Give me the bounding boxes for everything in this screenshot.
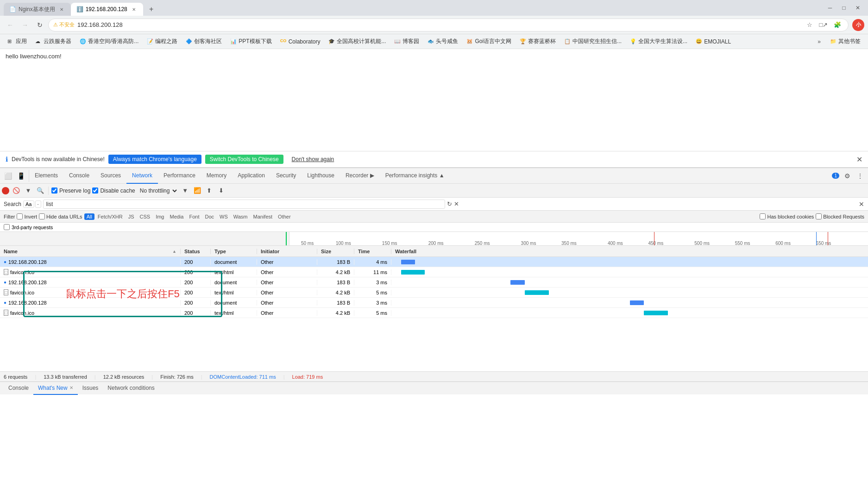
tab-sources[interactable]: Sources	[95, 168, 126, 184]
cast-icon[interactable]: □↗	[818, 19, 830, 31]
bookmark-apps[interactable]: ⊞ 应用	[4, 36, 31, 47]
tab-network[interactable]: Network	[126, 168, 158, 184]
tab-ip[interactable]: ℹ️ 192.168.200.128 ✕	[71, 3, 143, 16]
table-row[interactable]: □ favicon.ico 200 text/html Other 4.2 kB…	[0, 288, 868, 298]
tab-security[interactable]: Security	[270, 168, 302, 184]
filter-media[interactable]: Media	[167, 213, 186, 220]
table-row[interactable]: ● 192.168.200.128 200 document Other 183…	[0, 298, 868, 308]
search-aa-option[interactable]: Aa	[23, 200, 34, 208]
mark-250ms: 250 ms	[475, 241, 490, 245]
back-button[interactable]: ←	[4, 19, 17, 31]
bottom-tab-issues[interactable]: Issues	[78, 382, 103, 395]
switch-to-chinese-button[interactable]: Switch DevTools to Chinese	[205, 155, 283, 164]
disable-cache-checkbox[interactable]	[92, 188, 98, 194]
network-conditions-icon[interactable]: 📶	[192, 186, 202, 196]
tab-console[interactable]: Console	[63, 168, 95, 184]
bookmark-colab[interactable]: CO Colaboratory	[277, 36, 324, 47]
table-row[interactable]: □ favicon.ico 200 text/html Other 4.2 kB…	[0, 267, 868, 277]
search-cancel-icon[interactable]: ✕	[454, 200, 459, 207]
maximize-button[interactable]: □	[837, 1, 850, 14]
filter-js[interactable]: JS	[126, 213, 137, 220]
filter-css[interactable]: CSS	[138, 213, 153, 220]
forward-button[interactable]: →	[19, 19, 31, 31]
bookmark-coding[interactable]: 📝 编程之路	[143, 36, 181, 47]
throttle-select[interactable]: No throttling	[137, 187, 178, 194]
table-row[interactable]: ● 192.168.200.128 200 document Other 183…	[0, 277, 868, 288]
search-dot-option[interactable]: ·	[35, 200, 41, 208]
mark-150ms: 150 ms	[382, 241, 397, 245]
extension-icon[interactable]: 🧩	[831, 19, 843, 31]
bookmark-yanzhao[interactable]: 📋 中国研究生招生信...	[560, 36, 625, 47]
new-tab-button[interactable]: +	[145, 3, 158, 16]
bookmark-emoji[interactable]: 😀 EMOJIALL	[692, 36, 735, 47]
bottom-tab-whats-new[interactable]: What's New ✕	[33, 382, 78, 395]
settings-icon[interactable]: ⚙	[841, 170, 853, 182]
tab-elements[interactable]: Elements	[29, 168, 63, 184]
bookmark-algorithm[interactable]: 💡 全国大学生算法设...	[626, 36, 691, 47]
blocked-requests-checkbox[interactable]	[816, 213, 822, 219]
always-match-language-button[interactable]: Always match Chrome's language	[108, 155, 201, 164]
bookmark-hk[interactable]: 🌐 香港空间/香港高防...	[76, 36, 142, 47]
address-input-wrap[interactable]: ⚠ 不安全 192.168.200.128 ☆ □↗ 🧩	[48, 19, 849, 31]
throttle-settings-icon[interactable]: ▼	[180, 186, 190, 196]
filter-ws[interactable]: WS	[217, 213, 230, 220]
bookmark-others[interactable]: 📁 其他书签	[826, 36, 864, 47]
dont-show-again-button[interactable]: Don't show again	[287, 155, 339, 164]
search-close-icon[interactable]: ✕	[859, 200, 864, 208]
filter-img[interactable]: Img	[153, 213, 166, 220]
record-button[interactable]	[2, 187, 9, 194]
search-icon-toolbar[interactable]: 🔍	[35, 186, 45, 196]
third-party-checkbox[interactable]	[4, 224, 10, 230]
notification-close[interactable]: ✕	[856, 155, 862, 164]
filter-font[interactable]: Font	[187, 213, 201, 220]
bottom-tab-console[interactable]: Console	[4, 382, 33, 395]
separator1	[48, 187, 49, 195]
bookmark-cloud[interactable]: ☁ 云跌服务器	[31, 36, 75, 47]
bookmark-blog[interactable]: 📖 博客园	[390, 36, 423, 47]
minimize-button[interactable]: ─	[824, 1, 837, 14]
invert-checkbox[interactable]	[17, 213, 23, 219]
more-options-icon[interactable]: ⋮	[854, 170, 866, 182]
tab-memory[interactable]: Memory	[201, 168, 232, 184]
search-refresh-icon[interactable]: ↻	[447, 200, 452, 207]
tab-close-nginx[interactable]: ✕	[58, 6, 65, 13]
preserve-log-checkbox[interactable]	[51, 188, 57, 194]
clear-button[interactable]: 🚫	[11, 186, 21, 196]
bookmark-gaoxiao[interactable]: 🎓 全国高校计算机能...	[325, 36, 390, 47]
tab-recorder[interactable]: Recorder ▶	[340, 168, 380, 184]
close-button[interactable]: ✕	[851, 1, 864, 14]
bottom-tab-network-conditions[interactable]: Network conditions	[103, 382, 159, 395]
table-row[interactable]: ● 192.168.200.128 200 document Other 183…	[0, 257, 868, 267]
search-input[interactable]	[43, 200, 446, 209]
import-icon[interactable]: ⬆	[204, 186, 214, 196]
filter-fetch-xhr[interactable]: Fetch/XHR	[95, 213, 125, 220]
filter-icon-toolbar[interactable]: ▼	[23, 186, 33, 196]
filter-other[interactable]: Other	[276, 213, 293, 220]
bottom-tab-close-whats-new[interactable]: ✕	[69, 385, 73, 390]
bookmark-maker[interactable]: 🔷 创客海社区	[182, 36, 226, 47]
bookmark-ppt[interactable]: 📊 PPT模板下载	[226, 36, 275, 47]
account-icon[interactable]: 小	[852, 19, 864, 31]
export-icon[interactable]: ⬇	[216, 186, 226, 196]
table-row[interactable]: □ favicon.ico 200 text/html Other 4.2 kB…	[0, 308, 868, 318]
filter-all[interactable]: All	[84, 213, 94, 220]
filter-manifest[interactable]: Manifest	[251, 213, 275, 220]
blocked-cookies-checkbox[interactable]	[760, 213, 766, 219]
tab-lighthouse[interactable]: Lighthouse	[302, 168, 340, 184]
hide-data-urls-checkbox[interactable]	[39, 213, 45, 219]
device-icon[interactable]: 📱	[15, 170, 27, 182]
bookmark-lanqiao[interactable]: 🏆 赛赛蓝桥杯	[516, 36, 560, 47]
tab-performance[interactable]: Performance	[158, 168, 201, 184]
filter-doc[interactable]: Doc	[202, 213, 216, 220]
bookmarks-more[interactable]: »	[815, 38, 824, 46]
tab-application[interactable]: Application	[232, 168, 270, 184]
inspect-icon[interactable]: ⬜	[2, 170, 14, 182]
tab-performance-insights[interactable]: Performance insights ▲	[380, 168, 450, 184]
tab-close-ip[interactable]: ✕	[130, 6, 138, 13]
bookmark-icon[interactable]: ☆	[804, 19, 816, 31]
tab-nginx[interactable]: 📄 Nginx基本使用 ✕	[4, 3, 71, 16]
bookmark-fish[interactable]: 🐟 头号咸鱼	[424, 36, 462, 47]
bookmark-go[interactable]: 🐹 Goi语言中文网	[463, 36, 515, 47]
refresh-button[interactable]: ↻	[33, 19, 46, 31]
filter-wasm[interactable]: Wasm	[231, 213, 250, 220]
